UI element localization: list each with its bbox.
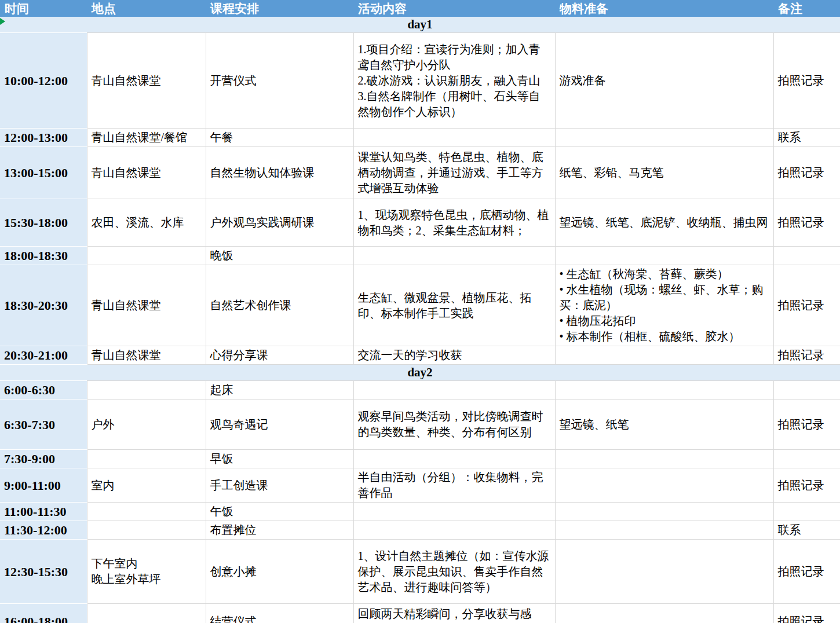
cell-course[interactable]: 户外观鸟实践调研课 [206,199,353,247]
cell-materials[interactable] [555,503,773,521]
cell-course[interactable]: 结营仪式 [206,604,353,623]
cell-materials[interactable] [555,346,773,365]
cell-location[interactable]: 青山自然课堂 [87,265,206,346]
cell-materials[interactable]: 游戏准备 [555,33,773,129]
cell-location[interactable]: 青山自然课堂 [87,346,206,365]
cell-materials[interactable] [555,521,773,540]
cell-activity[interactable]: 交流一天的学习收获 [353,346,555,365]
cell-course[interactable]: 自然艺术创作课 [206,265,353,346]
cell-note[interactable]: 拍照记录 [773,147,840,199]
cell-time[interactable]: 9:00-11:00 [0,468,87,503]
cell-time[interactable]: 11:30-12:00 [0,521,87,540]
cell-time[interactable]: 15:30-18:00 [0,199,87,247]
cell-location[interactable] [87,450,206,468]
cell-time[interactable]: 11:00-11:30 [0,503,87,521]
col-header-location[interactable]: 地点 [87,0,206,17]
cell-time[interactable]: 20:30-21:00 [0,346,87,365]
cell-materials[interactable] [555,247,773,265]
cell-note[interactable]: 拍照记录 [773,265,840,346]
col-header-course[interactable]: 课程安排 [206,0,353,17]
cell-activity[interactable] [353,247,555,265]
cell-note[interactable]: 拍照记录 [773,400,840,450]
cell-note[interactable]: 拍照记录 [773,33,840,129]
cell-location[interactable] [87,381,206,400]
cell-course[interactable]: 观鸟奇遇记 [206,400,353,450]
cell-activity[interactable]: 1、现场观察特色昆虫，底栖动物、植物和鸟类；2、采集生态缸材料； [353,199,555,247]
cell-materials[interactable] [555,468,773,503]
cell-activity[interactable] [353,381,555,400]
cell-location[interactable]: 室内 [87,468,206,503]
cell-activity[interactable]: 1、设计自然主题摊位（如：宣传水源保护、展示昆虫知识、售卖手作自然艺术品、进行趣… [353,540,555,604]
cell-course[interactable]: 午饭 [206,503,353,521]
cell-materials[interactable] [555,381,773,400]
cell-note[interactable]: 拍照记录 [773,199,840,247]
cell-note[interactable] [773,381,840,400]
cell-time[interactable]: 16:00-18:00 [0,604,87,623]
cell-note[interactable] [773,450,840,468]
cell-course[interactable]: 自然生物认知体验课 [206,147,353,199]
cell-time[interactable]: 18:00-18:30 [0,247,87,265]
cell-time[interactable]: 12:00-13:00 [0,129,87,147]
cell-activity[interactable] [353,521,555,540]
cell-time[interactable]: 6:00-6:30 [0,381,87,400]
cell-note[interactable]: 拍照记录 [773,346,840,365]
cell-activity[interactable]: 课堂认知鸟类、特色昆虫、植物、底栖动物调查，并通过游戏、手工等方式增强互动体验 [353,147,555,199]
cell-note[interactable]: 联系 [773,521,840,540]
cell-course[interactable]: 起床 [206,381,353,400]
cell-location[interactable]: 青山自然课堂/餐馆 [87,129,206,147]
cell-note[interactable]: 联系 [773,129,840,147]
day-band-label[interactable]: day1 [0,17,840,33]
cell-activity[interactable]: 回顾两天精彩瞬间，分享收获与感动。 [353,604,555,623]
cell-time[interactable]: 12:30-15:30 [0,540,87,604]
cell-course[interactable]: 布置摊位 [206,521,353,540]
cell-location[interactable]: 下午室内 晚上室外草坪 [87,540,206,604]
cell-location[interactable] [87,247,206,265]
cell-activity[interactable] [353,503,555,521]
schedule-row: 15:30-18:00农田、溪流、水库户外观鸟实践调研课1、现场观察特色昆虫，底… [0,199,840,247]
cell-course[interactable]: 心得分享课 [206,346,353,365]
cell-course[interactable]: 手工创造课 [206,468,353,503]
cell-course[interactable]: 晚饭 [206,247,353,265]
cell-course[interactable]: 午餐 [206,129,353,147]
cell-time[interactable]: 7:30-9:00 [0,450,87,468]
cell-location[interactable]: 农田、溪流、水库 [87,199,206,247]
cell-course[interactable]: 创意小摊 [206,540,353,604]
cell-time[interactable]: 6:30-7:30 [0,400,87,450]
cell-materials[interactable]: 望远镜、纸笔 [555,400,773,450]
cell-time[interactable]: 10:00-12:00 [0,33,87,129]
cell-note[interactable]: 拍照记录 [773,468,840,503]
cell-note[interactable]: 拍照记录 [773,604,840,623]
cell-time[interactable]: 13:00-15:00 [0,147,87,199]
cell-activity[interactable] [353,129,555,147]
cell-materials[interactable]: 纸笔、彩铅、马克笔 [555,147,773,199]
cell-course[interactable]: 开营仪式 [206,33,353,129]
cell-materials[interactable]: • 生态缸（秋海棠、苔藓、蕨类） • 水生植物（现场：螺丝、虾、水草；购买：底泥… [555,265,773,346]
cell-activity[interactable] [353,450,555,468]
cell-location[interactable]: 青山自然课堂 [87,147,206,199]
col-header-activity[interactable]: 活动内容 [353,0,555,17]
cell-materials[interactable] [555,129,773,147]
cell-location[interactable]: 户外 [87,400,206,450]
cell-note[interactable] [773,503,840,521]
cell-location[interactable] [87,604,206,623]
col-header-materials[interactable]: 物料准备 [555,0,773,17]
cell-activity[interactable]: 生态缸、微观盆景、植物压花、拓印、标本制作手工实践 [353,265,555,346]
cell-time[interactable]: 18:30-20:30 [0,265,87,346]
cell-activity[interactable]: 1.项目介绍：宣读行为准则；加入青鸢自然守护小分队 2.破冰游戏：认识新朋友，融… [353,33,555,129]
cell-activity[interactable]: 半自由活动（分组）：收集物料，完善作品 [353,468,555,503]
cell-materials[interactable] [555,604,773,623]
col-header-note[interactable]: 备注 [773,0,840,17]
cell-location[interactable] [87,503,206,521]
cell-location[interactable]: 青山自然课堂 [87,33,206,129]
cell-activity[interactable]: 观察早间鸟类活动，对比傍晚调查时的鸟类数量、种类、分布有何区别 [353,400,555,450]
day-band-label[interactable]: day2 [0,365,840,381]
cell-materials[interactable] [555,450,773,468]
cell-materials[interactable]: 望远镜、纸笔、底泥铲、收纳瓶、捕虫网 [555,199,773,247]
cell-note[interactable]: 拍照记录 [773,540,840,604]
col-header-time[interactable]: 时间 [0,0,87,17]
cell-course[interactable]: 早饭 [206,450,353,468]
schedule-table: 时间地点课程安排活动内容物料准备备注 day110:00-12:00青山自然课堂… [0,0,840,623]
cell-note[interactable] [773,247,840,265]
cell-location[interactable] [87,521,206,540]
cell-materials[interactable] [555,540,773,604]
